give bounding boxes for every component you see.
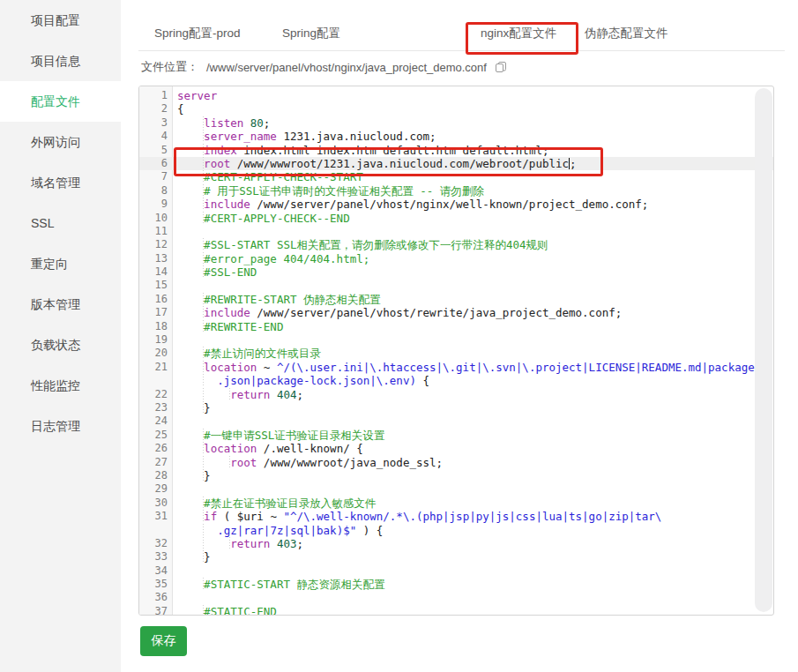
sidebar-item[interactable]: 日志管理 — [0, 406, 121, 446]
sidebar-item[interactable]: 项目信息 — [0, 41, 121, 81]
code-line[interactable]: 32 return 403; — [139, 537, 773, 550]
code-line[interactable]: 14 #SSL-END — [139, 265, 773, 279]
line-number: 2 — [139, 102, 173, 116]
indent-guide — [177, 361, 204, 374]
indent-guide — [177, 347, 204, 360]
code-line[interactable]: 9 include /www/server/panel/vhost/nginx/… — [139, 198, 773, 211]
code-line[interactable]: 6 root /www/wwwroot/1231.java.niucloud.c… — [139, 157, 773, 170]
code-line[interactable]: 8 # 用于SSL证书申请时的文件验证相关配置 -- 请勿删除 — [139, 184, 773, 198]
indent-guide — [177, 605, 204, 616]
tab[interactable]: Spring配置 — [282, 26, 340, 41]
line-number: 34 — [139, 564, 173, 578]
line-number: 35 — [139, 578, 173, 591]
editor-scrollbar-thumb[interactable] — [755, 88, 772, 612]
code-line[interactable]: 17 include /www/server/panel/vhost/rewri… — [139, 306, 773, 319]
code-line[interactable]: 36 — [139, 591, 773, 604]
code-line[interactable]: 18 #REWRITE-END — [139, 320, 773, 333]
code-editor[interactable]: 1server2{3 listen 80;4 server_name 1231.… — [138, 86, 774, 616]
code-text: server_name 1231.java.niucloud.com; — [173, 130, 436, 143]
code-line[interactable]: 2{ — [139, 102, 773, 116]
indent-guide — [177, 401, 204, 414]
code-line[interactable]: 11 — [139, 225, 773, 238]
sidebar-item[interactable]: 重定向 — [0, 243, 121, 284]
code-line[interactable]: 5 index index.html index.htm default.htm… — [139, 144, 773, 157]
code-text: root /www/wwwroot/java_node_ssl; — [173, 456, 443, 469]
code-line[interactable]: 28 } — [139, 469, 773, 482]
sidebar-item[interactable]: 项目配置 — [0, 0, 121, 41]
code-text — [173, 564, 177, 578]
indent-guide — [177, 293, 204, 306]
code-line[interactable]: 33 } — [139, 550, 773, 564]
code-line[interactable]: 21 location ~ ^/(\.user.ini|\.htaccess|\… — [139, 361, 773, 374]
indent-guide — [177, 510, 204, 523]
code-text: #禁止访问的文件或目录 — [173, 347, 321, 360]
code-line[interactable]: 12 #SSL-START SSL相关配置，请勿删除或修改下一行带注释的404规… — [139, 238, 773, 251]
indent-guide — [177, 306, 204, 319]
line-number: 27 — [139, 456, 173, 469]
tab[interactable]: 伪静态配置文件 — [585, 26, 668, 41]
indent-guide — [177, 238, 204, 251]
code-line[interactable]: 30 #禁止在证书验证目录放入敏感文件 — [139, 497, 773, 510]
line-number: 18 — [139, 320, 173, 333]
code-line[interactable]: 15 — [139, 279, 773, 292]
sidebar-item[interactable]: 配置文件 — [0, 81, 121, 122]
editor-rows: 1server2{3 listen 80;4 server_name 1231.… — [139, 86, 773, 616]
code-text: #SSL-START SSL相关配置，请勿删除或修改下一行带注释的404规则 — [173, 238, 548, 251]
code-line[interactable]: 20 #禁止访问的文件或目录 — [139, 347, 773, 360]
code-line[interactable]: 4 server_name 1231.java.niucloud.com; — [139, 130, 773, 143]
code-line[interactable]: 1server — [139, 89, 773, 102]
indent-guide — [177, 537, 204, 550]
tab[interactable]: Spring配置-prod — [154, 26, 241, 41]
code-line[interactable]: 23 } — [139, 401, 773, 414]
code-text: #一键申请SSL证书验证目录相关设置 — [173, 429, 384, 442]
sidebar-item[interactable]: 版本管理 — [0, 284, 121, 325]
tab[interactable]: nginx配置文件 — [481, 26, 556, 41]
code-line[interactable]: .json|package-lock.json|\.env) { — [139, 374, 773, 387]
indent-guide — [177, 442, 204, 455]
code-line[interactable]: 34 — [139, 564, 773, 578]
indent-guide — [177, 252, 204, 265]
sidebar-item[interactable]: 负载状态 — [0, 325, 121, 365]
sidebar-item[interactable]: 性能监控 — [0, 365, 121, 406]
code-line[interactable]: 19 — [139, 333, 773, 347]
line-number: 7 — [139, 170, 173, 183]
save-button[interactable]: 保存 — [140, 626, 187, 656]
indent-guide — [204, 456, 230, 469]
code-text: .gz|rar|7z|sql|bak)$" ) { — [173, 524, 383, 537]
code-text: #REWRITE-START 伪静态相关配置 — [173, 293, 381, 306]
code-line[interactable]: 27 root /www/wwwroot/java_node_ssl; — [139, 456, 773, 469]
indent-guide — [177, 429, 204, 442]
line-number: 8 — [139, 184, 173, 198]
code-line[interactable]: 29 — [139, 482, 773, 496]
code-line[interactable]: 37 #STATIC-END — [139, 605, 773, 616]
line-number: 19 — [139, 333, 173, 347]
code-line[interactable]: 16 #REWRITE-START 伪静态相关配置 — [139, 293, 773, 306]
code-line[interactable]: 13 #error_page 404/404.html; — [139, 252, 773, 265]
code-text: #error_page 404/404.html; — [173, 252, 369, 265]
code-line[interactable]: 3 listen 80; — [139, 116, 773, 130]
code-text: server — [173, 89, 217, 102]
code-line[interactable]: 24 — [139, 414, 773, 428]
code-line[interactable]: 7 #CERT-APPLY-CHECK--START — [139, 170, 773, 183]
code-line[interactable]: 35 #STATIC-START 静态资源相关配置 — [139, 578, 773, 591]
indent-guide — [177, 184, 204, 198]
code-text: #SSL-END — [173, 265, 257, 279]
sidebar-item[interactable]: 外网访问 — [0, 122, 121, 162]
sidebar-item[interactable]: 域名管理 — [0, 162, 121, 203]
code-line[interactable]: 31 if ( $uri ~ "^/\.well-known/.*\.(php|… — [139, 510, 773, 523]
code-text: #REWRITE-END — [173, 320, 283, 333]
file-location-row: 文件位置： /www/server/panel/vhost/nginx/java… — [141, 58, 507, 76]
copy-icon[interactable] — [495, 61, 507, 73]
code-text: include /www/server/panel/vhost/nginx/we… — [173, 198, 648, 211]
line-number: 17 — [139, 306, 173, 319]
code-text: } — [173, 550, 211, 564]
code-line[interactable]: 26 location /.well-known/ { — [139, 442, 773, 455]
code-line[interactable]: 10 #CERT-APPLY-CHECK--END — [139, 212, 773, 225]
code-text: location ~ ^/(\.user.ini|\.htaccess|\.gi… — [173, 361, 755, 374]
code-line[interactable]: 25 #一键申请SSL证书验证目录相关设置 — [139, 429, 773, 442]
code-line[interactable]: 22 return 404; — [139, 388, 773, 401]
indent-guide — [204, 537, 230, 550]
line-number: 20 — [139, 347, 173, 360]
code-line[interactable]: .gz|rar|7z|sql|bak)$" ) { — [139, 524, 773, 537]
sidebar-item[interactable]: SSL — [0, 203, 121, 243]
